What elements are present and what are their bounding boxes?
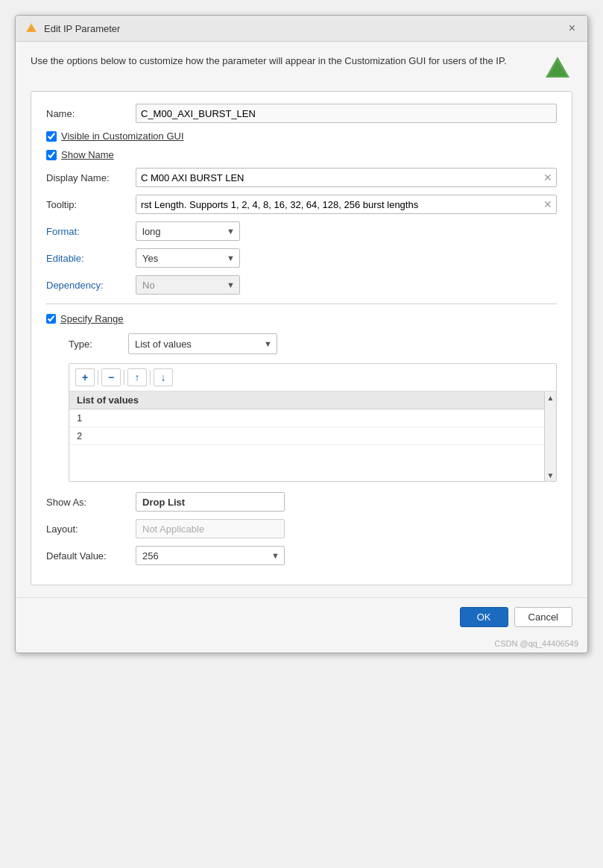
editable-row: Editable: Yes No ▼ <box>46 248 557 268</box>
header-description: Use the options below to customize how t… <box>31 54 507 69</box>
list-scrollbar: ▲ ▼ <box>544 391 556 481</box>
toolbar-divider-3 <box>150 370 151 385</box>
list-toolbar: + − ↑ ↓ <box>69 364 556 391</box>
default-value-select[interactable]: 256 128 64 <box>136 547 284 564</box>
display-name-label: Display Name: <box>46 172 136 183</box>
dialog-title: Edit IP Parameter <box>44 23 120 34</box>
tooltip-clear-button[interactable]: ✕ <box>540 199 556 210</box>
tooltip-label: Tooltip: <box>46 199 136 210</box>
vivado-logo <box>543 54 572 84</box>
type-select[interactable]: List of values Range None <box>129 334 277 353</box>
name-input[interactable] <box>136 104 557 123</box>
edit-ip-parameter-dialog: Edit IP Parameter × Use the options belo… <box>15 15 588 653</box>
display-name-input-wrapper: ✕ <box>136 168 557 187</box>
type-select-wrapper[interactable]: List of values Range None ▼ <box>128 333 277 354</box>
title-bar: Edit IP Parameter × <box>16 16 587 42</box>
specify-range-checkbox[interactable] <box>46 314 56 324</box>
visible-label[interactable]: Visible in Customization GUI <box>61 130 184 142</box>
dialog-body: Name: Visible in Customization GUI Show … <box>16 91 587 597</box>
editable-select[interactable]: Yes No <box>136 249 239 267</box>
watermark: CSDN @qq_44406549 <box>16 636 587 652</box>
default-value-select-wrapper[interactable]: 256 128 64 ▼ <box>136 546 285 565</box>
list-item[interactable]: 2 <box>69 427 544 445</box>
move-up-button[interactable]: ↑ <box>127 368 147 386</box>
dialog-footer: OK Cancel <box>16 597 587 636</box>
layout-value: Not Applicable <box>136 519 285 538</box>
layout-label: Layout: <box>46 523 136 535</box>
format-label[interactable]: Format: <box>46 226 136 237</box>
visible-checkbox[interactable] <box>46 131 57 142</box>
toolbar-divider-2 <box>124 370 124 385</box>
remove-button[interactable]: − <box>101 368 121 386</box>
type-row: Type: List of values Range None ▼ <box>46 333 557 354</box>
ok-button[interactable]: OK <box>460 607 508 627</box>
move-down-button[interactable]: ↓ <box>154 368 173 386</box>
add-button[interactable]: + <box>75 368 95 386</box>
show-name-checkbox[interactable] <box>46 150 57 160</box>
display-name-input[interactable] <box>136 169 540 186</box>
scroll-up-arrow[interactable]: ▲ <box>545 391 557 403</box>
dependency-label[interactable]: Dependency: <box>46 280 136 291</box>
show-name-label[interactable]: Show Name <box>61 149 114 160</box>
form-panel: Name: Visible in Customization GUI Show … <box>31 91 572 585</box>
format-row: Format: long short ▼ <box>46 221 557 241</box>
dialog-icon <box>25 22 38 35</box>
title-bar-left: Edit IP Parameter <box>25 22 120 35</box>
dependency-row: Dependency: No Yes ▼ <box>46 275 557 295</box>
default-value-row: Default Value: 256 128 64 ▼ <box>46 546 557 565</box>
list-item[interactable]: 1 <box>69 409 544 427</box>
editable-label[interactable]: Editable: <box>46 253 136 264</box>
name-row: Name: <box>46 104 557 123</box>
layout-row: Layout: Not Applicable <box>46 519 557 538</box>
name-label: Name: <box>46 108 136 119</box>
type-label: Type: <box>69 339 128 350</box>
divider <box>46 304 557 304</box>
list-content: List of values 1 2 ▲ ▼ <box>69 391 556 481</box>
visible-row: Visible in Customization GUI <box>46 130 557 142</box>
tooltip-input-wrapper: ✕ <box>136 195 557 214</box>
dependency-select-wrapper[interactable]: No Yes ▼ <box>136 275 240 295</box>
specify-range-label[interactable]: Specify Range <box>60 313 124 324</box>
scroll-down-arrow[interactable]: ▼ <box>545 469 557 481</box>
list-panel: + − ↑ ↓ List of values 1 2 ▲ <box>69 363 557 482</box>
tooltip-row: Tooltip: ✕ <box>46 195 557 214</box>
list-header: List of values <box>69 391 544 409</box>
cancel-button[interactable]: Cancel <box>514 607 572 627</box>
show-name-row: Show Name <box>46 149 557 160</box>
tooltip-input[interactable] <box>136 195 540 213</box>
show-as-value: Drop List <box>136 492 285 512</box>
display-name-row: Display Name: ✕ <box>46 168 557 187</box>
dialog-header: Use the options below to customize how t… <box>16 42 587 91</box>
format-select[interactable]: long short <box>136 222 239 240</box>
close-button[interactable]: × <box>566 21 578 36</box>
show-as-label: Show As: <box>46 497 136 508</box>
show-as-row: Show As: Drop List <box>46 492 557 512</box>
specify-range-row: Specify Range <box>46 313 557 324</box>
display-name-clear-button[interactable]: ✕ <box>540 172 556 183</box>
format-select-wrapper[interactable]: long short ▼ <box>136 221 240 241</box>
list-inner: List of values 1 2 <box>69 391 544 481</box>
toolbar-divider-1 <box>98 370 98 385</box>
dependency-select[interactable]: No Yes <box>136 276 239 294</box>
default-value-label: Default Value: <box>46 550 136 562</box>
editable-select-wrapper[interactable]: Yes No ▼ <box>136 248 240 268</box>
